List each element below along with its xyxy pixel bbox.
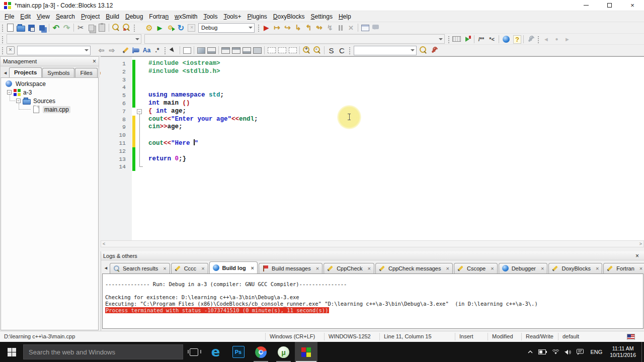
tabs-scroll-left-icon[interactable]: ◄ xyxy=(2,70,9,77)
next-line-icon[interactable]: ↪ xyxy=(282,23,293,33)
code-line[interactable] xyxy=(148,131,258,139)
code-line[interactable]: return 0;} xyxy=(148,155,258,163)
close-button[interactable]: × xyxy=(621,0,644,11)
keybinder-icon[interactable] xyxy=(451,34,462,44)
tab-close-icon[interactable]: × xyxy=(316,265,319,272)
code-line[interactable] xyxy=(148,163,258,171)
zoom-out-icon[interactable]: - xyxy=(312,45,323,55)
undo-icon[interactable]: ↶ xyxy=(51,23,61,33)
wx-panel-icon[interactable] xyxy=(196,45,206,55)
wx-sizer3-icon[interactable] xyxy=(242,45,252,55)
symbol-select[interactable] xyxy=(354,46,417,55)
tree-item-workspace[interactable]: Workspace xyxy=(1,79,98,88)
wifi-icon[interactable] xyxy=(552,349,559,355)
code-line[interactable]: { int age; xyxy=(148,108,258,116)
collapse-expander-icon[interactable]: − xyxy=(7,90,12,95)
select-until-icon[interactable] xyxy=(131,45,141,55)
menu-build[interactable]: Build xyxy=(103,12,122,22)
menu-fortran[interactable]: Fortran xyxy=(146,12,172,22)
find-icon[interactable] xyxy=(111,23,121,33)
incsearch-prev-icon[interactable]: ⇦ xyxy=(96,45,107,55)
code-line[interactable]: #include <iostream> xyxy=(148,60,258,68)
wx-sizer1-icon[interactable] xyxy=(220,45,231,55)
incsearch-next-icon[interactable]: ⇨ xyxy=(107,45,117,55)
wx-sizer4-icon[interactable] xyxy=(252,45,263,55)
stop-debugger-icon[interactable]: ✕ xyxy=(346,23,356,33)
tree-item-sources[interactable]: − Sources xyxy=(1,97,98,105)
menu-project[interactable]: Project xyxy=(78,12,103,22)
code-line[interactable]: #include <stdlib.h> xyxy=(148,68,258,76)
menu-wxsmith[interactable]: wxSmith xyxy=(172,12,200,22)
code-line[interactable]: cout<<"Here " xyxy=(148,139,258,147)
jump-back-icon[interactable]: ◄ xyxy=(541,34,551,44)
minimize-button[interactable] xyxy=(575,0,598,11)
tab-close-icon[interactable]: × xyxy=(639,265,642,272)
logtabs-scroll-left-icon[interactable]: ◄ xyxy=(102,265,110,274)
log-tab-cccc[interactable]: Cccc× xyxy=(171,263,208,274)
menu-search[interactable]: Search xyxy=(53,12,78,22)
debug-run-icon[interactable]: ▶ xyxy=(261,23,272,33)
wx-sizer2-icon[interactable] xyxy=(231,45,242,55)
log-tab-cppcheck-messages[interactable]: CppCheck messages× xyxy=(375,263,453,274)
wx-pointer-icon[interactable] xyxy=(168,45,178,55)
editor-hscrollbar[interactable]: < > xyxy=(101,240,644,247)
menu-settings[interactable]: Settings xyxy=(308,12,336,22)
save-icon[interactable] xyxy=(26,23,37,33)
doxy-line-comment-icon[interactable]: *< xyxy=(487,34,497,44)
break-debugger-icon[interactable] xyxy=(335,23,346,33)
source-icon[interactable]: S xyxy=(326,45,337,55)
tree-item-project[interactable]: − a-3 xyxy=(1,88,98,97)
doxy-run-icon[interactable] xyxy=(501,34,511,44)
tree-item-file[interactable]: main.cpp xyxy=(1,105,98,114)
redo-icon[interactable]: ↷ xyxy=(61,23,72,33)
log-tab-build-messages[interactable]: Build messages× xyxy=(259,263,323,274)
tab-close-icon[interactable]: × xyxy=(541,265,544,272)
cut-icon[interactable]: ✂ xyxy=(75,23,86,33)
match-case-icon[interactable]: Aa xyxy=(141,45,152,55)
tab-projects[interactable]: Projects xyxy=(9,67,42,77)
tab-close-icon[interactable]: × xyxy=(596,265,599,272)
tab-close-icon[interactable]: × xyxy=(491,265,494,272)
build-icon[interactable]: ⚙ xyxy=(144,23,154,33)
regex-icon[interactable]: .* xyxy=(152,45,163,55)
taskbar-photoshop[interactable]: Ps xyxy=(227,342,250,362)
battery-icon[interactable] xyxy=(538,349,547,354)
open-file-icon[interactable] xyxy=(16,23,26,33)
debugging-windows-icon[interactable] xyxy=(360,23,370,33)
management-close-icon[interactable]: × xyxy=(93,58,96,65)
function-select[interactable] xyxy=(144,34,445,44)
step-into-instruction-icon[interactable]: ↯ xyxy=(325,23,335,33)
menu-help[interactable]: Help xyxy=(336,12,354,22)
scope-select[interactable] xyxy=(7,34,141,44)
log-tab-build-log[interactable]: Build log× xyxy=(209,261,258,274)
fold-marker-icon[interactable]: − xyxy=(137,109,142,114)
log-tab-fortran[interactable]: Fortran× xyxy=(603,263,644,274)
clock[interactable]: 11:11 AM 10/11/2016 xyxy=(610,345,636,358)
menu-debug[interactable]: Debug xyxy=(122,12,146,22)
replace-icon[interactable]: a xyxy=(121,23,132,33)
log-tab-cppcheck[interactable]: CppCheck× xyxy=(324,263,374,274)
run-icon[interactable]: ▶ xyxy=(154,23,165,33)
wx-border3-icon[interactable] xyxy=(287,45,298,55)
copy-icon[interactable] xyxy=(86,23,97,33)
log-tab-cscope[interactable]: Cscope× xyxy=(454,263,498,274)
wx-border2-icon[interactable] xyxy=(277,45,287,55)
show-desktop-button[interactable] xyxy=(641,342,644,362)
wx-window-icon[interactable] xyxy=(182,45,192,55)
start-button[interactable] xyxy=(0,342,23,362)
tab-files[interactable]: Files xyxy=(75,68,97,77)
action-center-icon[interactable] xyxy=(577,349,584,355)
tab-close-icon[interactable]: × xyxy=(368,265,371,272)
menu-tools[interactable]: Tools xyxy=(200,12,220,22)
taskbar-codeblocks[interactable] xyxy=(295,342,317,362)
tab-close-icon[interactable]: × xyxy=(163,265,166,272)
jump-dot-icon[interactable]: ● xyxy=(551,34,562,44)
run-to-cursor-icon[interactable]: ↦ xyxy=(272,23,282,33)
next-instruction-icon[interactable]: ↬ xyxy=(314,23,325,33)
menu-plugins[interactable]: Plugins xyxy=(244,12,270,22)
class-icon[interactable]: C xyxy=(337,45,347,55)
log-tab-doxyblocks[interactable]: DoxyBlocks× xyxy=(548,263,602,274)
new-file-icon[interactable] xyxy=(5,23,16,33)
symbol-search-icon[interactable] xyxy=(418,45,429,55)
rebuild-icon[interactable]: ↻ xyxy=(176,23,186,33)
